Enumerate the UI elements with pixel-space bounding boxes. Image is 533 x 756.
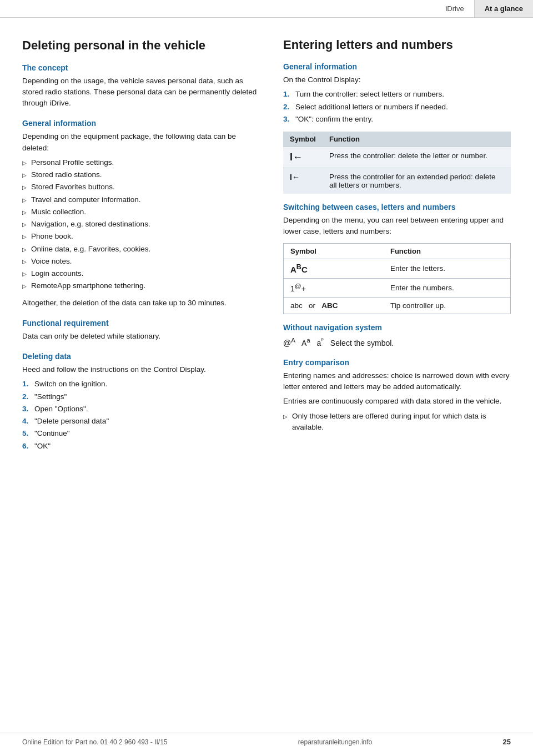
table-row: 1@+ Enter the numbers. <box>284 278 511 298</box>
table-row: I← Press the controller for an extended … <box>283 168 511 194</box>
ataglance-text: At a glance <box>485 4 523 13</box>
list-item: Login accounts. <box>22 268 261 279</box>
entry-comparison-heading: Entry comparison <box>283 358 511 367</box>
list-item: 2.Select additional letters or numbers i… <box>283 102 511 113</box>
entry-comparison-bullets: Only those letters are offered during in… <box>283 411 511 434</box>
list-item: 6."OK" <box>22 441 261 452</box>
table-cell-symbol: I← <box>283 168 323 194</box>
table-cell-symbol: 1@+ <box>284 278 384 298</box>
table-cell-function: Press the controller for an extended per… <box>323 168 511 194</box>
table-row: ABC Enter the letters. <box>284 259 511 278</box>
table-header-symbol: Symbol <box>283 132 323 147</box>
list-item: RemoteApp smartphone tethering. <box>22 280 261 291</box>
list-item: 5."Continue" <box>22 428 261 439</box>
switching-heading: Switching between cases, letters and num… <box>283 203 511 211</box>
list-item: Only those letters are offered during in… <box>283 411 511 434</box>
list-item: Phone book. <box>22 231 261 242</box>
concept-heading: The concept <box>22 63 261 72</box>
deleting-data-steps: 1.Switch on the ignition. 2."Settings" 3… <box>22 379 261 452</box>
entry-comparison-para1: Entering names and addresses: choice is … <box>283 370 511 393</box>
footer-online-edition: Online Edition for Part no. 01 40 2 960 … <box>22 738 168 746</box>
table-cell-symbol: I← <box>283 147 323 168</box>
idrive-text: iDrive <box>445 4 464 13</box>
left-page-title: Deleting personal in the vehicle <box>22 38 261 53</box>
general-info-left-heading: General information <box>22 119 261 128</box>
section-functional-req: Functional requirement Data can only be … <box>22 319 261 342</box>
right-page-title: Entering letters and numbers <box>283 38 511 52</box>
list-item: 3.Open "Options". <box>22 404 261 415</box>
list-item: 3."OK": confirm the entry. <box>283 114 511 125</box>
switch-table-header-function: Function <box>384 243 511 259</box>
section-switching: Switching between cases, letters and num… <box>283 203 511 314</box>
deleting-data-para: Heed and follow the instructions on the … <box>22 364 261 375</box>
list-item: Voice notes. <box>22 256 261 267</box>
functional-req-heading: Functional requirement <box>22 319 261 327</box>
without-nav-symbols: @A Aa aᵖ Select the symbol. <box>283 335 511 349</box>
list-item: 4."Delete personal data" <box>22 416 261 427</box>
right-column: Entering letters and numbers General inf… <box>283 38 511 457</box>
section-without-nav: Without navigation system @A Aa aᵖ Selec… <box>283 323 511 349</box>
list-item: Personal Profile settings. <box>22 157 261 168</box>
switch-table-header-symbol: Symbol <box>284 243 384 259</box>
general-info-right-intro: On the Control Display: <box>283 74 511 85</box>
main-content: Deleting personal in the vehicle The con… <box>0 18 533 491</box>
list-item: Online data, e.g. Favorites, cookies. <box>22 244 261 255</box>
general-info-right-heading: General information <box>283 62 511 71</box>
section-general-info-right: General information On the Control Displ… <box>283 62 511 194</box>
table-cell-function: Enter the numbers. <box>384 278 511 298</box>
control-display-steps: 1.Turn the controller: select letters or… <box>283 89 511 125</box>
left-column: Deleting personal in the vehicle The con… <box>22 38 261 457</box>
page-header: iDrive At a glance <box>0 0 533 18</box>
table-cell-symbol: abc or ABC <box>284 298 384 314</box>
switching-para: Depending on the menu, you can reel betw… <box>283 215 511 238</box>
page-footer: Online Edition for Part no. 01 40 2 960 … <box>0 733 533 746</box>
list-item: 1.Switch on the ignition. <box>22 379 261 390</box>
general-info-left-para: Depending on the equipment package, the … <box>22 131 261 154</box>
footer-page-number: 25 <box>503 738 511 746</box>
without-nav-heading: Without navigation system <box>283 323 511 332</box>
section-general-info-left: General information Depending on the equ… <box>22 119 261 309</box>
table-cell-function: Press the controller: delete the letter … <box>323 147 511 168</box>
deleting-data-heading: Deleting data <box>22 352 261 361</box>
symbol-function-table: Symbol Function I← Press the controller:… <box>283 132 511 194</box>
switching-table: Symbol Function ABC Enter the letters. 1… <box>283 243 511 315</box>
table-row: I← Press the controller: delete the lett… <box>283 147 511 168</box>
list-item: 2."Settings" <box>22 391 261 402</box>
header-idrive-label: iDrive <box>435 0 474 17</box>
list-item: Music collection. <box>22 206 261 218</box>
concept-para: Depending on the usage, the vehicle save… <box>22 75 261 109</box>
entry-comparison-para2: Entries are continuously compared with d… <box>283 396 511 407</box>
list-item: Travel and computer information. <box>22 194 261 205</box>
table-cell-function: Enter the letters. <box>384 259 511 278</box>
list-item: 1.Turn the controller: select letters or… <box>283 89 511 100</box>
list-item: Stored Favorites buttons. <box>22 182 261 193</box>
footer-site: reparaturanleitungen.info <box>298 738 372 746</box>
list-item: Stored radio stations. <box>22 169 261 180</box>
general-info-bullet-list: Personal Profile settings. Stored radio … <box>22 157 261 292</box>
table-cell-symbol: ABC <box>284 259 384 278</box>
table-row: abc or ABC Tip controller up. <box>284 298 511 314</box>
section-entry-comparison: Entry comparison Entering names and addr… <box>283 358 511 433</box>
functional-req-para: Data can only be deleted while stationar… <box>22 331 261 342</box>
general-info-after-bullets: Altogether, the deletion of the data can… <box>22 298 261 309</box>
list-item: Navigation, e.g. stored destinations. <box>22 219 261 230</box>
header-ataglance-label: At a glance <box>475 0 533 17</box>
section-concept: The concept Depending on the usage, the … <box>22 63 261 109</box>
table-header-function: Function <box>323 132 511 147</box>
table-cell-function: Tip controller up. <box>384 298 511 314</box>
section-deleting-data: Deleting data Heed and follow the instru… <box>22 352 261 452</box>
